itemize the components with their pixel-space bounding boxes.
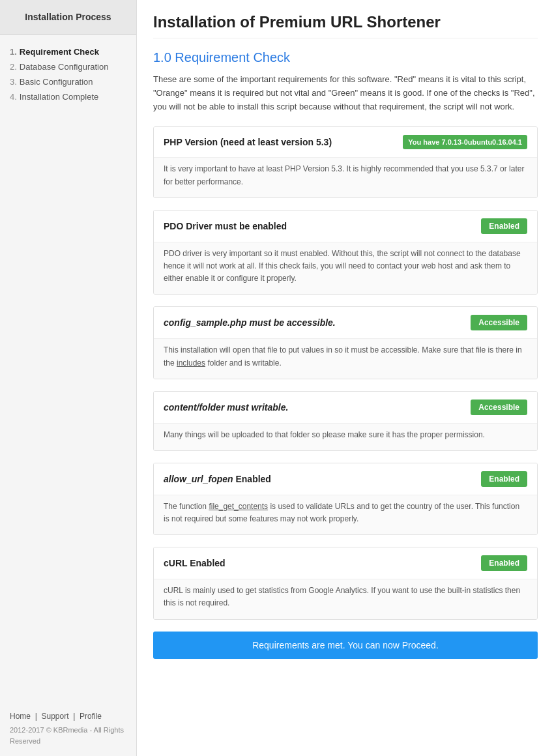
check-desc-content-folder: Many things will be uploaded to that fol… — [154, 423, 537, 450]
support-link[interactable]: Support — [41, 712, 68, 721]
check-badge-allow-url-fopen: Enabled — [481, 471, 527, 487]
proceed-button[interactable]: Requirements are met. You can now Procee… — [153, 632, 538, 659]
sidebar-nav-item-1[interactable]: 1.Requirement Check — [10, 44, 130, 59]
sidebar-nav-item-4[interactable]: 4.Installation Complete — [10, 89, 130, 104]
page-title: Installation of Premium URL Shortener — [153, 13, 538, 38]
check-item-pdo-driver: PDO Driver must be enabled Enabled PDO d… — [153, 210, 538, 295]
profile-link[interactable]: Profile — [80, 712, 102, 721]
check-badge-curl: Enabled — [481, 555, 527, 571]
check-desc-php-version: It is very important to have at least PH… — [154, 157, 537, 197]
check-header-curl: cURL Enabled Enabled — [154, 547, 537, 579]
check-badge-config-sample: Accessible — [471, 315, 527, 330]
sidebar-footer: Home | Support | Profile 2012-2017 © KBR… — [0, 702, 136, 756]
check-header-php-version: PHP Version (need at least version 5.3) … — [154, 127, 537, 157]
check-header-allow-url-fopen: allow_url_fopen Enabled Enabled — [154, 463, 537, 495]
check-label-allow-url-fopen: allow_url_fopen Enabled — [164, 474, 271, 484]
check-header-config-sample: config_sample.php must be accessible. Ac… — [154, 307, 537, 338]
home-link[interactable]: Home — [10, 712, 31, 721]
sidebar: Installation Process 1.Requirement Check… — [0, 0, 137, 756]
sidebar-nav-item-3[interactable]: 3.Basic Configuration — [10, 74, 130, 89]
checks-list: PHP Version (need at least version 5.3) … — [153, 126, 538, 619]
main-content: Installation of Premium URL Shortener 1.… — [137, 0, 554, 756]
sidebar-title: Installation Process — [0, 0, 136, 35]
sidebar-nav: 1.Requirement Check2.Database Configurat… — [0, 35, 136, 111]
sidebar-links: Home | Support | Profile — [10, 712, 126, 721]
sidebar-nav-item-2[interactable]: 2.Database Configuration — [10, 59, 130, 74]
check-label-pdo-driver: PDO Driver must be enabled — [164, 221, 287, 231]
check-item-content-folder: content/folder must writable. Accessible… — [153, 391, 538, 451]
check-header-content-folder: content/folder must writable. Accessible — [154, 392, 537, 423]
check-label-config-sample: config_sample.php must be accessible. — [164, 317, 336, 328]
check-desc-pdo-driver: PDO driver is very important so it must … — [154, 242, 537, 295]
check-badge-pdo-driver: Enabled — [481, 218, 527, 234]
check-badge-content-folder: Accessible — [471, 400, 527, 415]
check-item-curl: cURL Enabled Enabled cURL is mainly used… — [153, 547, 538, 619]
check-badge-php-version: You have 7.0.13-0ubuntu0.16.04.1 — [403, 135, 527, 149]
section-title: 1.0 Requirement Check — [153, 50, 538, 65]
check-header-pdo-driver: PDO Driver must be enabled Enabled — [154, 211, 537, 242]
check-desc-config-sample: This installation will open that file to… — [154, 338, 537, 378]
check-item-config-sample: config_sample.php must be accessible. Ac… — [153, 306, 538, 379]
check-label-php-version: PHP Version (need at least version 5.3) — [164, 137, 332, 147]
check-item-allow-url-fopen: allow_url_fopen Enabled Enabled The func… — [153, 463, 538, 535]
sidebar-copyright: 2012-2017 © KBRmedia - All Rights Reserv… — [10, 725, 126, 746]
check-label-curl: cURL Enabled — [164, 558, 226, 568]
check-desc-curl: cURL is mainly used to get statistics fr… — [154, 579, 537, 618]
intro-text: These are some of the important requirem… — [153, 73, 538, 113]
check-desc-allow-url-fopen: The function file_get_contents is used t… — [154, 495, 537, 534]
check-item-php-version: PHP Version (need at least version 5.3) … — [153, 126, 538, 197]
check-label-content-folder: content/folder must writable. — [164, 402, 288, 413]
